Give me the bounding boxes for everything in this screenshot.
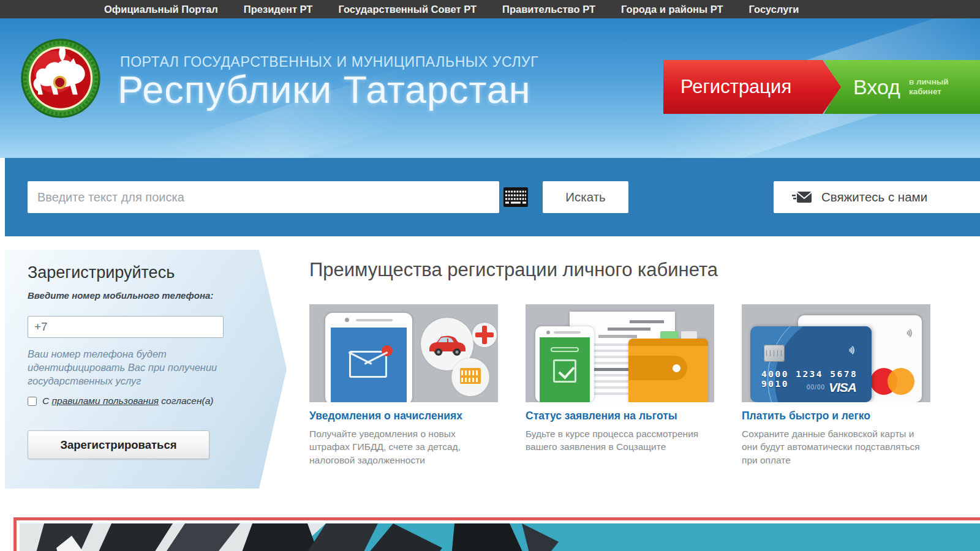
contactless-icon (903, 326, 917, 340)
envelope-icon (792, 190, 812, 204)
site-header: ПОРТАЛ ГОСУДАРСТВЕННЫХ И МУНИЦИПАЛЬНЫХ У… (0, 18, 980, 158)
virtual-keyboard-icon[interactable] (503, 187, 528, 207)
mastercard-logo (870, 368, 913, 395)
login-button-note: в личныйкабинет (909, 77, 949, 96)
phone-label: Введите номер мобильного телефона: (28, 290, 213, 301)
card-desc-status: Будьте в курсе процесса рассмотрения ваш… (526, 427, 714, 454)
benefit-card-status: Статус заявления на льготы Будьте в курс… (526, 304, 714, 454)
login-button[interactable]: Вход в личныйкабинет (824, 60, 980, 114)
nav-gosuslugi[interactable]: Госуслуги (749, 4, 799, 15)
benefit-card-notifications: Уведомления о начислениях Получайте увед… (309, 304, 498, 467)
payments-illustration[interactable]: 4000 1234 5678 9010 00/00 VISA (742, 304, 930, 402)
agree-checkbox[interactable] (28, 397, 37, 406)
register-submit-button[interactable]: Зарегистрироваться (28, 430, 209, 459)
nav-government-rt[interactable]: Правительство РТ (502, 4, 595, 15)
card-chip (764, 345, 785, 362)
tatarstan-coat-of-arms-logo[interactable] (20, 38, 101, 119)
promo-banner-image (20, 523, 980, 551)
top-nav-bar: Официальный Портал Президент РТ Государс… (0, 0, 980, 18)
promo-banner[interactable] (13, 517, 980, 551)
wallet-illustration (628, 339, 708, 402)
search-band: Искать Свяжитесь с нами (5, 158, 980, 236)
visa-logo: VISA (829, 380, 856, 395)
smartphone-illustration (535, 326, 594, 402)
agree-row: С правилами пользования согласен(а) (28, 395, 273, 407)
contact-us-button[interactable]: Свяжитесь с нами (774, 181, 980, 213)
nav-cities-districts-rt[interactable]: Города и районы РТ (621, 4, 723, 15)
signup-heading: Зарегистрируйтесь (28, 263, 175, 282)
signup-panel: Зарегистрируйтесь Введите номер мобильно… (5, 250, 287, 489)
registration-button[interactable]: Регистрация (663, 60, 841, 114)
portal-page: Официальный Портал Президент РТ Государс… (0, 0, 980, 551)
card-link-notifications[interactable]: Уведомления о начислениях (309, 410, 498, 422)
contact-us-label: Свяжитесь с нами (821, 190, 927, 204)
visa-card-illustration: 4000 1234 5678 9010 00/00 VISA (750, 326, 872, 402)
card-link-payments[interactable]: Платить быстро и легко (742, 410, 930, 422)
medical-cross-icon (472, 323, 497, 347)
card-desc-payments: Сохраните данные банковской карты и они … (742, 427, 930, 467)
notification-dot (382, 345, 393, 356)
nav-official-portal[interactable]: Официальный Портал (104, 4, 218, 15)
agree-label: С правилами пользования согласен(а) (42, 395, 213, 407)
phone-note: Ваш номер телефона будет идентифицироват… (28, 348, 254, 388)
card-desc-notifications: Получайте уведомления о новых штрафах ГИ… (309, 427, 498, 467)
card-expiry: 00/00 (807, 384, 825, 391)
terms-of-use-link[interactable]: правилами пользования (52, 395, 159, 406)
status-illustration[interactable] (526, 304, 714, 402)
login-button-label: Вход (853, 75, 900, 99)
portal-title: Республики Татарстан (118, 67, 531, 111)
search-input[interactable] (28, 181, 499, 213)
registration-button-label: Регистрация (680, 76, 791, 98)
benefits-heading: Преимущества регистрации личного кабинет… (309, 259, 718, 281)
contactless-icon (846, 343, 859, 357)
benefit-card-payments: 4000 1234 5678 9010 00/00 VISA Платить б… (742, 304, 930, 467)
checkmark-icon (553, 359, 576, 383)
new-message-icon (349, 351, 387, 378)
phone-input[interactable] (28, 316, 224, 338)
card-link-status[interactable]: Статус заявления на льготы (526, 410, 714, 422)
notifications-illustration[interactable] (309, 304, 498, 402)
search-button[interactable]: Искать (543, 181, 628, 213)
nav-president-rt[interactable]: Президент РТ (244, 4, 313, 15)
nav-state-council-rt[interactable]: Государственный Совет РТ (338, 4, 477, 15)
smartphone-illustration (325, 313, 412, 402)
kindergarten-building-icon (451, 358, 489, 396)
